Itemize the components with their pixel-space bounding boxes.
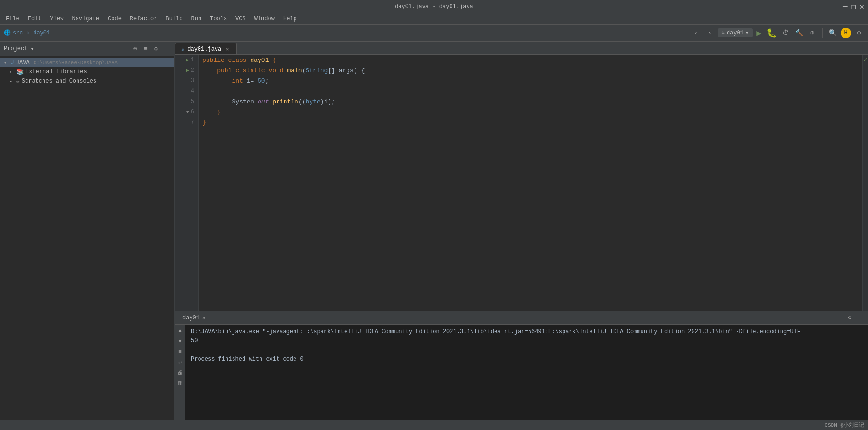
token-public-1: public [202,57,228,64]
user-avatar[interactable]: H [841,28,851,38]
run-arrow-1[interactable]: ▶ [186,57,189,63]
minimize-button[interactable]: — [843,2,848,11]
scroll-up-btn[interactable]: ▲ [176,327,184,335]
tab-close-btn[interactable]: ✕ [224,46,231,52]
sidebar-title: Project ▾ [4,45,34,52]
build-button[interactable]: 🔨 [794,28,804,38]
project-title-label: Project [4,45,27,52]
new-file-btn[interactable]: ⊕ [131,44,139,53]
menu-item-vcs[interactable]: VCS [232,15,250,23]
close-sidebar-btn[interactable]: — [162,44,171,53]
toolbar-right: ‹ › ☕ day01 ▾ ▶ 🐛 ⏱ 🔨 ⊕ 🔍 H ⚙ [691,28,864,38]
line-num-7: 7 [191,119,194,126]
navigate-back-btn[interactable]: ‹ [691,28,702,38]
close-button[interactable]: ✕ [859,2,864,11]
menu-item-build[interactable]: Build [162,15,186,23]
toolbar-divider [822,28,823,38]
menu-item-file[interactable]: File [2,15,23,23]
terminal-tab-day01[interactable]: day01 ✕ [179,314,209,322]
terminal-header: day01 ✕ ⚙ — [175,311,868,325]
tab-filename: day01.java [187,46,221,52]
title-bar: day01.java - day01.java — ❐ ✕ [0,0,868,13]
code-line-3: int i= 50; [202,76,859,86]
code-line-6: } [202,107,859,117]
sidebar-content: ▾ J JAVA C:\Users\Hasee\Desktop\JAVA ▸ 📚… [0,56,174,420]
menu-item-view[interactable]: View [46,15,68,23]
right-gutter: ✓ [862,55,868,311]
tree-arrow-ext: ▸ [9,69,14,75]
tree-item-java[interactable]: ▾ J JAVA C:\Users\Hasee\Desktop\JAVA [0,58,174,67]
window-title: day01.java - day01.java [395,3,473,10]
menu-item-edit[interactable]: Edit [24,15,45,23]
run-config-selector[interactable]: ☕ day01 ▾ [718,28,753,37]
add-config-button[interactable]: ⊕ [807,28,817,38]
editor-tab-day01[interactable]: ☕ day01.java ✕ [175,43,237,54]
terminal-header-right: ⚙ — [845,314,864,322]
search-button[interactable]: 🔍 [827,28,838,38]
navigate-forward-btn[interactable]: › [704,28,715,38]
project-dropdown-icon[interactable]: ▾ [30,45,34,52]
clear-btn[interactable]: 🗑 [176,378,184,387]
menu-item-window[interactable]: Window [251,15,278,23]
terminal-body: ▲ ▼ ≡ ↵ 🖨 🗑 D:\JAVA\bin\java.exe "-javaa… [175,325,868,420]
line-num-4: 4 [191,88,194,95]
run-config-icon: ☕ [721,29,725,36]
token-static-2: static [243,67,269,74]
terminal-exit-line: Process finished with exit code 0 [191,355,862,364]
filter-btn[interactable]: ≡ [176,347,184,356]
no-errors-indicator: ✓ [863,56,867,64]
token-byte-5: byte [305,98,320,105]
sidebar-settings-btn[interactable]: ⚙ [152,44,160,53]
toolbar: 🌐 src › day01 ‹ › ☕ day01 ▾ ▶ 🐛 ⏱ 🔨 ⊕ 🔍 … [0,25,868,42]
print-btn[interactable]: 🖨 [176,368,184,377]
terminal-exit-text: Process finished with exit code 0 [191,356,304,362]
token-semi-3: ; [265,77,269,85]
menu-item-run[interactable]: Run [187,15,205,23]
scratches-label: Scratches and Consoles [22,78,96,85]
terminal-minimize-btn[interactable]: — [856,314,864,322]
menu-item-tools[interactable]: Tools [206,15,231,23]
token-public-2: public [217,67,243,74]
tab-file-icon: ☕ [181,45,184,52]
soft-wrap-btn[interactable]: ↵ [176,358,184,366]
token-close-brace-7: } [202,119,206,126]
token-dot1-5: . [254,98,258,105]
terminal-tab-label: day01 [182,315,200,321]
token-rparen-5: )i); [321,98,335,105]
scroll-down-btn[interactable]: ▼ [176,337,184,345]
menu-item-help[interactable]: Help [279,15,301,23]
token-indent-5 [202,98,232,105]
token-dot2-5: . [269,98,272,105]
token-args-2: [] args) { [328,67,365,74]
run-button[interactable]: ▶ [755,28,763,38]
tree-arrow-scratch: ▸ [9,78,14,84]
code-content[interactable]: public class day01 { public static void … [199,55,862,311]
debug-button[interactable]: 🐛 [765,28,778,38]
menu-item-navigate[interactable]: Navigate [68,15,103,23]
token-indent-3 [202,77,232,85]
collapse-all-btn[interactable]: ≡ [141,44,150,53]
code-line-2: public static void main(String[] args) { [202,65,859,76]
profile-button[interactable]: ⏱ [781,28,791,38]
token-close-brace-6: } [217,109,221,116]
maximize-button[interactable]: ❐ [851,2,856,11]
run-arrow-2[interactable]: ▶ [186,68,189,73]
settings-button[interactable]: ⚙ [854,28,864,38]
token-var-3: i [247,77,251,85]
terminal-settings-btn[interactable]: ⚙ [845,314,854,322]
menu-item-refactor[interactable]: Refactor [126,15,161,23]
terminal-left-strip: ▲ ▼ ≡ ↵ 🖨 🗑 [175,325,185,420]
fold-arrow-6[interactable]: ▼ [186,110,189,115]
token-println-5: println [272,98,298,105]
terminal-tab-close[interactable]: ✕ [202,315,206,321]
external-libs-icon: 📚 [16,68,24,76]
token-class-1: class [228,57,251,64]
code-editor[interactable]: ▶ 1 ▶ 2 3 4 5 [175,55,862,311]
token-brace-1: { [272,57,276,64]
menu-item-code[interactable]: Code [104,15,125,23]
tree-item-external-libs[interactable]: ▸ 📚 External Libraries [0,67,174,77]
main-layout: Project ▾ ⊕ ≡ ⚙ — ▾ J JAVA C:\Users\Hase… [0,42,868,420]
code-line-7: } [202,117,859,128]
tree-item-scratches[interactable]: ▸ ✏ Scratches and Consoles [0,77,174,86]
code-line-4 [202,86,859,96]
